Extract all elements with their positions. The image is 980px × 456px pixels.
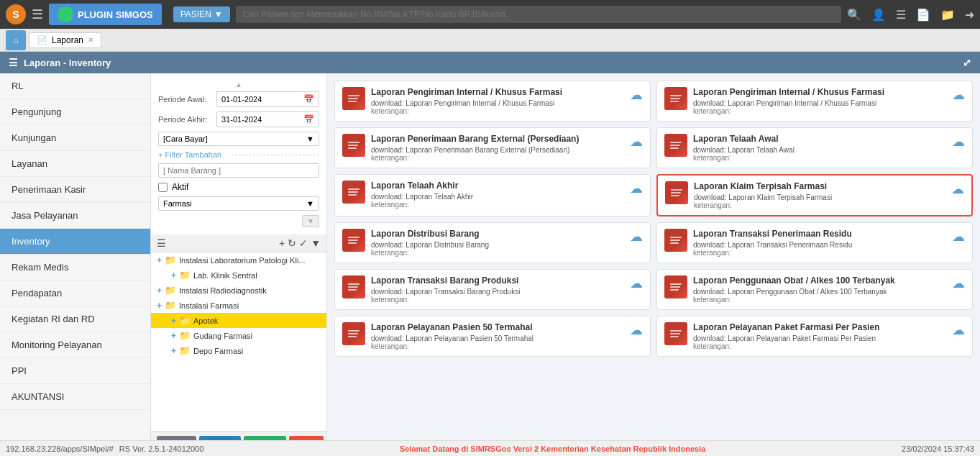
report-card-4[interactable]: Laporan Telaah Awal download: Laporan Te… bbox=[656, 127, 973, 168]
tree-item-gudang-farmasi[interactable]: + 📁 Gudang Farmasi bbox=[151, 328, 326, 343]
download-icon-1[interactable]: ☁ bbox=[630, 87, 643, 103]
tree-expand-icon7[interactable]: + bbox=[171, 346, 176, 356]
sidebar-item-monitoring[interactable]: Monitoring Pelayanan bbox=[0, 332, 150, 358]
download-icon-4[interactable]: ☁ bbox=[952, 134, 965, 150]
download-icon-11[interactable]: ☁ bbox=[630, 322, 643, 338]
download-icon-12[interactable]: ☁ bbox=[952, 322, 965, 338]
sidebar-item-inventory[interactable]: Inventory bbox=[0, 229, 150, 255]
search-input[interactable] bbox=[236, 6, 841, 23]
sidebar-item-kegiatan-ri-rd[interactable]: Kegiatan RI dan RD bbox=[0, 306, 150, 332]
tree-check-icon[interactable]: ✓ bbox=[299, 237, 308, 249]
report-content-2: Laporan Pengiriman Internal / Khusus Far… bbox=[693, 87, 946, 115]
download-icon-5[interactable]: ☁ bbox=[630, 181, 643, 196]
tree-expand-icon[interactable]: + bbox=[157, 255, 162, 265]
hamburger-icon[interactable]: ☰ bbox=[32, 6, 43, 22]
report-card-10[interactable]: Laporan Penggunaan Obat / Alkes 100 Terb… bbox=[656, 269, 973, 310]
tree-item-lab-patologi[interactable]: + 📁 Instalasi Laboratorium Patologi Kli.… bbox=[151, 252, 326, 268]
cara-bayar-select[interactable]: [Cara Bayar] ▼ bbox=[158, 132, 319, 146]
header-menu-icon[interactable]: ☰ bbox=[9, 57, 18, 68]
tree-expand-icon3[interactable]: + bbox=[157, 286, 162, 296]
download-icon-10[interactable]: ☁ bbox=[952, 275, 965, 291]
sidebar-item-penerimaan-kasir[interactable]: Penerimaan Kasir bbox=[0, 177, 150, 203]
sidebar-item-akuntansi[interactable]: AKUNTANSI bbox=[0, 384, 150, 410]
report-card-6[interactable]: Laporan Klaim Terpisah Farmasi download:… bbox=[656, 174, 973, 216]
tree-add-icon[interactable]: + bbox=[279, 237, 285, 249]
tree-toolbar-right: + ↻ ✓ ▼ bbox=[279, 237, 321, 249]
report-icon-8 bbox=[664, 229, 687, 252]
report-title-10: Laporan Penggunaan Obat / Alkes 100 Terb… bbox=[693, 275, 946, 286]
user-add-icon[interactable]: 👤 bbox=[871, 8, 886, 22]
report-content-3: Laporan Penerimaan Barang External (Pers… bbox=[371, 134, 624, 162]
expand-icon[interactable]: ⤢ bbox=[963, 57, 971, 68]
tree-expand-icon5[interactable]: + bbox=[171, 316, 176, 326]
calendar-icon2: 📅 bbox=[303, 114, 314, 124]
download-icon-8[interactable]: ☁ bbox=[952, 229, 965, 245]
main-layout: RL Pengunjung Kunjungan Layanan Penerima… bbox=[0, 73, 980, 456]
report-card-7[interactable]: Laporan Distribusi Barang download: Lapo… bbox=[334, 222, 651, 263]
tree-chevron-icon[interactable]: ▼ bbox=[311, 237, 321, 249]
tree-refresh-icon[interactable]: ↻ bbox=[288, 237, 296, 249]
filter-periode-awal-row: Periode Awal: 01-01-2024 📅 bbox=[158, 91, 319, 107]
tree-expand-icon2[interactable]: + bbox=[171, 270, 176, 281]
report-card-8[interactable]: Laporan Transaksi Penerimaan Residu down… bbox=[656, 222, 973, 263]
sidebar-item-rekam-medis[interactable]: Rekam Medis bbox=[0, 255, 150, 281]
farmasi-select[interactable]: Farmasi ▼ bbox=[158, 196, 319, 211]
report-card-2[interactable]: Laporan Pengiriman Internal / Khusus Far… bbox=[656, 81, 973, 122]
tree-item-apotek[interactable]: + 📁 Apotek bbox=[151, 313, 326, 328]
report-card-11[interactable]: Laporan Pelayanan Pasien 50 Termahal dow… bbox=[334, 316, 651, 357]
sidebar-item-jasa-pelayanan[interactable]: Jasa Pelayanan bbox=[0, 203, 150, 229]
tree-item-instalasi-farmasi[interactable]: + 📁 Instalasi Farmasi bbox=[151, 298, 326, 313]
home-button[interactable]: ⌂ bbox=[6, 30, 26, 50]
sidebar-item-rl[interactable]: RL bbox=[0, 73, 150, 99]
report-info-8: keterangan: bbox=[693, 249, 946, 257]
download-icon-2[interactable]: ☁ bbox=[952, 87, 965, 103]
tree-item-label2: Lab. Klinik Sentral bbox=[193, 271, 257, 280]
sidebar-item-layanan[interactable]: Layanan bbox=[0, 151, 150, 177]
tree-item-depo-farmasi[interactable]: + 📁 Depo Farmasi bbox=[151, 343, 326, 358]
sidebar: RL Pengunjung Kunjungan Layanan Penerima… bbox=[0, 73, 151, 456]
tree-item-radiodiagnostik[interactable]: + 📁 Instalasi Radiodiagnostik bbox=[151, 283, 326, 298]
list-view-icon[interactable]: ☰ bbox=[157, 237, 166, 249]
report-info-6: keterangan: bbox=[694, 201, 945, 209]
filter-tambahan-button[interactable]: + Filter Tambahan bbox=[158, 150, 221, 159]
report-content-5: Laporan Telaah Akhir download: Laporan T… bbox=[371, 181, 624, 209]
sidebar-item-pengunjung[interactable]: Pengunjung bbox=[0, 99, 150, 125]
download-icon-3[interactable]: ☁ bbox=[630, 134, 643, 150]
scroll-down-icon[interactable]: ▼ bbox=[302, 215, 319, 227]
periode-awal-label: Periode Awal: bbox=[158, 95, 212, 104]
filter-tambahan-row: + Filter Tambahan bbox=[158, 150, 319, 159]
download-icon-6[interactable]: ☁ bbox=[951, 181, 964, 197]
tree-item-lab-klinik[interactable]: + 📁 Lab. Klinik Sentral bbox=[151, 268, 326, 283]
tree-expand-icon6[interactable]: + bbox=[171, 331, 176, 341]
logout-icon[interactable]: ➜ bbox=[965, 8, 974, 22]
report-card-1[interactable]: Laporan Pengiriman Internal / Khusus Far… bbox=[334, 81, 651, 122]
tab-close-icon[interactable]: ✕ bbox=[88, 36, 93, 44]
pasien-button[interactable]: PASIEN ▼ bbox=[173, 6, 230, 22]
list-icon[interactable]: ☰ bbox=[896, 8, 906, 22]
sidebar-item-kunjungan[interactable]: Kunjungan bbox=[0, 125, 150, 151]
scroll-up-icon[interactable]: ▲ bbox=[235, 81, 242, 88]
folder-icon[interactable]: 📁 bbox=[940, 8, 955, 22]
download-icon-9[interactable]: ☁ bbox=[630, 275, 643, 291]
nama-barang-input[interactable] bbox=[158, 163, 319, 178]
aktif-checkbox[interactable] bbox=[158, 183, 168, 192]
periode-awal-input[interactable]: 01-01-2024 📅 bbox=[216, 91, 319, 107]
file-icon[interactable]: 📄 bbox=[916, 8, 930, 22]
report-card-12[interactable]: Laporan Pelayanan Paket Farmasi Per Pasi… bbox=[656, 316, 973, 357]
sidebar-item-pendapatan[interactable]: Pendapatan bbox=[0, 281, 150, 306]
report-download-5: download: Laporan Telaah Akhir bbox=[371, 193, 624, 201]
search-icon[interactable]: 🔍 bbox=[847, 8, 861, 22]
report-card-9[interactable]: Laporan Transaksi Barang Produksi downlo… bbox=[334, 269, 651, 310]
periode-akhir-label: Periode Akhir: bbox=[158, 115, 212, 124]
sidebar-item-ppi[interactable]: PPI bbox=[0, 358, 150, 384]
report-download-12: download: Laporan Pelayanan Paket Farmas… bbox=[693, 334, 946, 342]
download-icon-7[interactable]: ☁ bbox=[630, 229, 643, 245]
report-download-4: download: Laporan Telaah Awal bbox=[693, 146, 946, 154]
report-card-5[interactable]: Laporan Telaah Akhir download: Laporan T… bbox=[334, 174, 651, 216]
laporan-tab[interactable]: 📄 Laporan ✕ bbox=[29, 32, 101, 48]
report-info-7: keterangan: bbox=[371, 249, 624, 257]
tree-expand-icon4[interactable]: + bbox=[157, 301, 162, 311]
periode-akhir-input[interactable]: 31-01-2024 📅 bbox=[216, 111, 319, 127]
report-title-4: Laporan Telaah Awal bbox=[693, 134, 946, 144]
report-card-3[interactable]: Laporan Penerimaan Barang External (Pers… bbox=[334, 127, 651, 168]
